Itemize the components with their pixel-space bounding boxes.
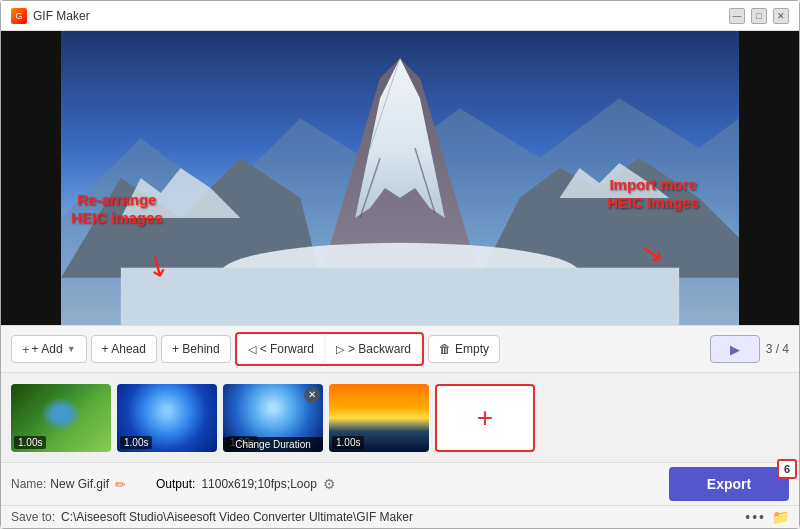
thumb-duration-4: 1.00s (332, 436, 364, 449)
forward-label: < Forward (260, 342, 314, 356)
export-label: Export (707, 476, 751, 492)
open-folder-icon[interactable]: 📁 (772, 509, 789, 525)
trash-icon: 🗑 (439, 342, 451, 356)
name-value: New Gif.gif (50, 477, 109, 491)
more-options-icon[interactable]: ••• (745, 509, 766, 525)
saveto-path: C:\Aiseesoft Studio\Aiseesoft Video Conv… (61, 510, 737, 524)
app-icon: G (11, 8, 27, 24)
titlebar: G GIF Maker — □ ✕ (1, 1, 799, 31)
edit-name-icon[interactable]: ✏ (115, 477, 126, 492)
video-preview-area: Re-arrangeHEIC images Import moreHEIC Im… (1, 31, 799, 325)
bottom-row2: Save to: C:\Aiseesoft Studio\Aiseesoft V… (1, 505, 799, 528)
behind-button[interactable]: + Behind (161, 335, 231, 363)
output-label: Output: (156, 477, 195, 491)
add-label: + Add (32, 342, 63, 356)
forward-backward-group: ◁ < Forward ▷ > Backward (235, 332, 424, 366)
main-content: Re-arrangeHEIC images Import moreHEIC Im… (1, 31, 799, 528)
name-label: Name: (11, 477, 46, 491)
badge-count: 6 (777, 459, 797, 479)
ahead-label: + Ahead (102, 342, 146, 356)
page-info: 3 / 4 (766, 342, 789, 356)
behind-label: + Behind (172, 342, 220, 356)
minimize-button[interactable]: — (729, 8, 745, 24)
timeline-strip: 1.00s 1.00s ✕ 1.00s Change Duration 1.00… (1, 372, 799, 462)
thumb-duration-2: 1.00s (120, 436, 152, 449)
app-window: G GIF Maker — □ ✕ (0, 0, 800, 529)
bottom-row1: Name: New Gif.gif ✏ Output: 1100x619;10f… (1, 462, 799, 505)
video-inner (61, 31, 739, 325)
empty-label: Empty (455, 342, 489, 356)
video-preview: Re-arrangeHEIC images Import moreHEIC Im… (1, 31, 799, 325)
change-duration-label[interactable]: Change Duration (223, 437, 323, 452)
right-panel (739, 31, 799, 325)
play-icon: ▶ (730, 342, 740, 357)
forward-button[interactable]: ◁ < Forward (238, 335, 324, 363)
forward-icon: ◁ (248, 343, 256, 356)
export-wrapper: 6 Export (669, 467, 789, 501)
thumbnail-1[interactable]: 1.00s (11, 384, 111, 452)
output-value: 1100x619;10fps;Loop (201, 477, 316, 491)
play-button[interactable]: ▶ (710, 335, 760, 363)
thumb-close-3[interactable]: ✕ (304, 387, 320, 403)
backward-icon: ▷ (336, 343, 344, 356)
window-controls: — □ ✕ (729, 8, 789, 24)
backward-label: > Backward (348, 342, 411, 356)
left-panel (1, 31, 61, 325)
play-controls: ▶ 3 / 4 (710, 335, 789, 363)
close-button[interactable]: ✕ (773, 8, 789, 24)
bottom-section: Name: New Gif.gif ✏ Output: 1100x619;10f… (1, 462, 799, 528)
toolbar: + + Add ▼ + Ahead + Behind ◁ < Forward ▷… (1, 325, 799, 372)
output-settings-icon[interactable]: ⚙ (323, 476, 336, 492)
export-button[interactable]: Export (669, 467, 789, 501)
svg-rect-9 (121, 268, 679, 325)
add-icon: + (22, 342, 30, 357)
add-thumbnail-button[interactable]: + (435, 384, 535, 452)
empty-button[interactable]: 🗑 Empty (428, 335, 500, 363)
dropdown-arrow-icon: ▼ (67, 344, 76, 354)
thumbnail-2[interactable]: 1.00s (117, 384, 217, 452)
maximize-button[interactable]: □ (751, 8, 767, 24)
mountain-scene (61, 31, 739, 325)
thumb-duration-1: 1.00s (14, 436, 46, 449)
ahead-button[interactable]: + Ahead (91, 335, 157, 363)
add-button[interactable]: + + Add ▼ (11, 335, 87, 363)
thumbnail-4[interactable]: 1.00s (329, 384, 429, 452)
add-thumb-icon: + (477, 402, 493, 434)
thumbnail-3[interactable]: ✕ 1.00s Change Duration (223, 384, 323, 452)
backward-button[interactable]: ▷ > Backward (326, 335, 421, 363)
window-title: GIF Maker (33, 9, 729, 23)
saveto-label: Save to: (11, 510, 55, 524)
